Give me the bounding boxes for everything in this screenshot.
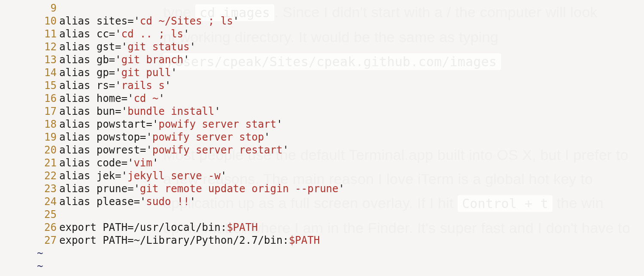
line-number: 11 — [33, 28, 59, 40]
line-number: 17 — [33, 105, 59, 118]
line-number: 15 — [33, 79, 59, 92]
line-number: 12 — [33, 40, 59, 53]
vim-editor[interactable]: 910alias sites='cd ~/Sites ; ls'11alias … — [0, 0, 644, 276]
code-content[interactable]: alias gst='git status' — [59, 40, 644, 53]
code-content[interactable]: alias gb='git branch' — [59, 53, 644, 66]
line-number: 18 — [33, 118, 59, 131]
code-line[interactable]: 23alias prune='git remote update origin … — [0, 182, 644, 195]
tilde-icon: ~ — [36, 247, 43, 259]
code-content[interactable]: alias home='cd ~' — [59, 92, 644, 105]
line-number: 14 — [33, 66, 59, 79]
code-line[interactable]: 22alias jek='jekyll serve -w' — [0, 169, 644, 182]
code-line[interactable]: 15alias rs='rails s' — [0, 79, 644, 92]
code-line[interactable]: 25 — [0, 208, 644, 221]
code-line[interactable]: 18alias powstart='powify server start' — [0, 118, 644, 131]
line-number: 16 — [33, 92, 59, 105]
code-content[interactable]: alias sites='cd ~/Sites ; ls' — [59, 15, 644, 28]
code-content[interactable]: alias bun='bundle install' — [59, 105, 644, 118]
code-line[interactable]: 26export PATH=/usr/local/bin:$PATH — [0, 221, 644, 234]
vim-empty-line: ~ — [0, 247, 644, 260]
code-content[interactable]: alias powstop='powify server stop' — [59, 131, 644, 144]
code-line[interactable]: 12alias gst='git status' — [0, 40, 644, 53]
code-line[interactable]: 17alias bun='bundle install' — [0, 105, 644, 118]
code-content[interactable]: alias code='vim' — [59, 156, 644, 169]
line-number: 9 — [33, 2, 59, 15]
line-number: 27 — [33, 234, 59, 247]
code-content[interactable]: alias please='sudo !!' — [59, 195, 644, 208]
code-content[interactable]: alias cc='cd .. ; ls' — [59, 28, 644, 40]
line-number: 13 — [33, 53, 59, 66]
tilde-icon: ~ — [36, 260, 43, 272]
code-line[interactable]: 11alias cc='cd .. ; ls' — [0, 28, 644, 40]
line-number: 20 — [33, 144, 59, 156]
code-content[interactable]: alias powrest='powify server restart' — [59, 144, 644, 156]
code-line[interactable]: 10alias sites='cd ~/Sites ; ls' — [0, 15, 644, 28]
line-number: 24 — [33, 195, 59, 208]
code-content[interactable]: export PATH=~/Library/Python/2.7/bin:$PA… — [59, 234, 644, 247]
line-number: 22 — [33, 169, 59, 182]
code-line[interactable]: 27export PATH=~/Library/Python/2.7/bin:$… — [0, 234, 644, 247]
code-content[interactable]: alias gp='git pull' — [59, 66, 644, 79]
line-number: 10 — [33, 15, 59, 28]
code-line[interactable]: 24alias please='sudo !!' — [0, 195, 644, 208]
line-number: 19 — [33, 131, 59, 144]
line-number: 23 — [33, 182, 59, 195]
code-line[interactable]: 16alias home='cd ~' — [0, 92, 644, 105]
code-line[interactable]: 21alias code='vim' — [0, 156, 644, 169]
code-content[interactable]: alias prune='git remote update origin --… — [59, 182, 644, 195]
code-content[interactable]: alias powstart='powify server start' — [59, 118, 644, 131]
line-number: 26 — [33, 221, 59, 234]
code-line[interactable]: 20alias powrest='powify server restart' — [0, 144, 644, 156]
line-number: 25 — [33, 208, 59, 221]
code-content[interactable]: alias jek='jekyll serve -w' — [59, 169, 644, 182]
code-line[interactable]: 14alias gp='git pull' — [0, 66, 644, 79]
code-content[interactable]: alias rs='rails s' — [59, 79, 644, 92]
vim-empty-line: ~ — [0, 260, 644, 273]
code-line[interactable]: 19alias powstop='powify server stop' — [0, 131, 644, 144]
code-line[interactable]: 13alias gb='git branch' — [0, 53, 644, 66]
code-line[interactable]: 9 — [0, 2, 644, 15]
line-number: 21 — [33, 156, 59, 169]
code-content[interactable]: export PATH=/usr/local/bin:$PATH — [59, 221, 644, 234]
